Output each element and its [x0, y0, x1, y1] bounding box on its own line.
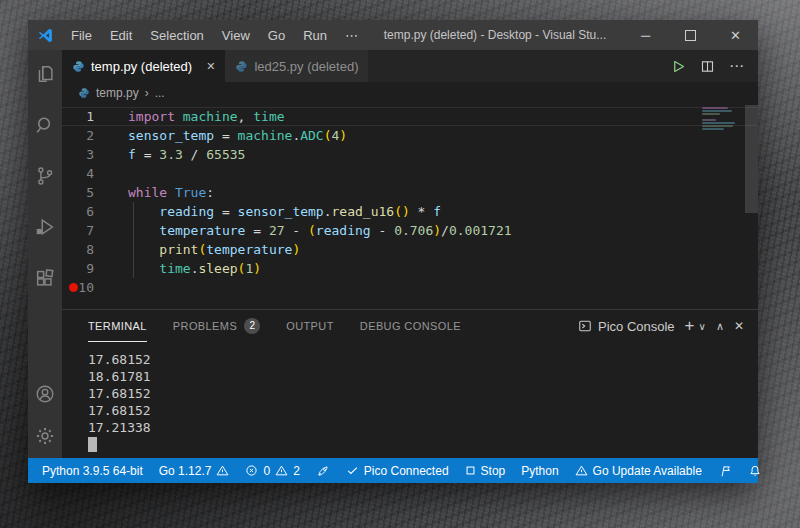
- terminal-cursor-line: [88, 436, 758, 453]
- terminal-dropdown-icon[interactable]: ∨: [699, 321, 706, 332]
- tab-close-icon[interactable]: ✕: [206, 60, 215, 73]
- code-text[interactable]: sensor_temp = machine.ADC(4): [108, 126, 347, 145]
- menu-item-5[interactable]: Run: [294, 28, 336, 43]
- panel-tab-label: TERMINAL: [88, 320, 147, 332]
- code-line-2[interactable]: 2sensor_temp = machine.ADC(4): [62, 126, 758, 145]
- status-stop[interactable]: Stop: [457, 464, 514, 478]
- panel-tab-problems[interactable]: PROBLEMS 2: [173, 310, 260, 342]
- settings-gear-icon[interactable]: [33, 424, 57, 448]
- indent-guide: [133, 202, 134, 278]
- code-text[interactable]: while True:: [108, 183, 214, 202]
- menu-item-4[interactable]: Go: [259, 28, 294, 43]
- status-pico-connected[interactable]: Pico Connected: [338, 464, 457, 478]
- code-text[interactable]: time.sleep(1): [108, 259, 261, 278]
- gutter[interactable]: 9: [62, 259, 108, 278]
- terminal-line: 17.21338: [88, 419, 758, 436]
- status-python-version[interactable]: Python 3.9.5 64-bit: [34, 464, 151, 478]
- python-icon: [235, 60, 248, 73]
- breadcrumb[interactable]: temp.py › ...: [62, 82, 758, 104]
- menu-item-2[interactable]: Selection: [141, 28, 212, 43]
- code-line-7[interactable]: 7 temperature = 27 - (reading - 0.706)/0…: [62, 221, 758, 240]
- status-notifications[interactable]: [740, 464, 770, 478]
- code-text[interactable]: [108, 164, 128, 183]
- menu-item-1[interactable]: Edit: [101, 28, 141, 43]
- code-text[interactable]: print(temperature): [108, 240, 300, 259]
- gutter[interactable]: 8: [62, 240, 108, 259]
- gutter[interactable]: 4: [62, 164, 108, 183]
- editor-scrollbar[interactable]: [745, 105, 758, 213]
- close-panel-icon[interactable]: ✕: [734, 319, 744, 333]
- more-actions-icon[interactable]: ⋯: [729, 57, 744, 75]
- code-text[interactable]: f = 3.3 / 65535: [108, 145, 245, 164]
- status-bar: Python 3.9.5 64-bit Go 1.12.7 0 2: [28, 458, 758, 483]
- code-line-9[interactable]: 9 time.sleep(1): [62, 259, 758, 278]
- search-icon[interactable]: [33, 113, 57, 137]
- tab-led25-py[interactable]: led25.py (deleted): [225, 50, 369, 82]
- panel-tab-label: OUTPUT: [286, 320, 334, 332]
- line-number: 8: [86, 242, 94, 257]
- gutter[interactable]: 7: [62, 221, 108, 240]
- menu-bar: FileEditSelectionViewGoRun⋯: [62, 28, 367, 43]
- activity-bar: [28, 50, 62, 458]
- status-problems[interactable]: 0 2: [237, 464, 307, 478]
- code-line-5[interactable]: 5while True:: [62, 183, 758, 202]
- code-line-8[interactable]: 8 print(temperature): [62, 240, 758, 259]
- gutter[interactable]: 1: [62, 107, 108, 126]
- menu-item-0[interactable]: File: [62, 28, 101, 43]
- run-button-icon[interactable]: [671, 59, 686, 74]
- tab-label: led25.py (deleted): [254, 59, 358, 74]
- python-icon: [78, 87, 90, 99]
- status-go-update[interactable]: Go Update Available: [567, 464, 710, 478]
- panel-tab-label: PROBLEMS: [173, 320, 237, 332]
- breadcrumb-file[interactable]: temp.py: [96, 86, 139, 100]
- status-python-label[interactable]: Python: [513, 464, 566, 478]
- status-feedback[interactable]: [710, 464, 740, 478]
- code-line-6[interactable]: 6 reading = sensor_temp.read_u16() * f: [62, 202, 758, 221]
- panel-tab-output[interactable]: OUTPUT: [286, 310, 334, 342]
- minimap[interactable]: [702, 107, 738, 131]
- maximize-icon[interactable]: [668, 20, 713, 50]
- code-text[interactable]: reading = sensor_temp.read_u16() * f: [108, 202, 441, 221]
- split-editor-icon[interactable]: [700, 59, 715, 74]
- code-line-10[interactable]: 10: [62, 278, 758, 297]
- code-text[interactable]: temperature = 27 - (reading - 0.706)/0.0…: [108, 221, 512, 240]
- source-control-icon[interactable]: [33, 164, 57, 188]
- account-icon[interactable]: [33, 382, 57, 406]
- code-text[interactable]: import machine, time: [108, 107, 285, 126]
- maximize-panel-icon[interactable]: ∧: [716, 320, 724, 333]
- check-icon: [346, 464, 359, 477]
- minimize-icon[interactable]: ─: [623, 20, 668, 50]
- run-debug-icon[interactable]: [33, 215, 57, 239]
- status-go-version[interactable]: Go 1.12.7: [151, 464, 238, 478]
- menu-item-6[interactable]: ⋯: [336, 28, 367, 43]
- tab-temp-py[interactable]: temp.py (deleted) ✕: [62, 50, 225, 82]
- gutter[interactable]: 6: [62, 202, 108, 221]
- gutter[interactable]: 10: [62, 278, 108, 297]
- extensions-icon[interactable]: [33, 266, 57, 290]
- panel-tab-terminal[interactable]: TERMINAL: [88, 310, 147, 342]
- editor-lines: 1import machine, time2sensor_temp = mach…: [62, 107, 758, 297]
- menu-item-3[interactable]: View: [213, 28, 259, 43]
- gutter[interactable]: 5: [62, 183, 108, 202]
- new-terminal-icon[interactable]: +: [685, 316, 695, 336]
- terminal-output[interactable]: 17.6815218.6178117.6815217.6815217.21338: [62, 342, 758, 458]
- breadcrumb-more[interactable]: ...: [155, 86, 165, 100]
- code-line-3[interactable]: 3f = 3.3 / 65535: [62, 145, 758, 164]
- files-icon[interactable]: [33, 62, 57, 86]
- code-line-4[interactable]: 4: [62, 164, 758, 183]
- code-line-1[interactable]: 1import machine, time: [62, 107, 758, 126]
- breakpoint-dot[interactable]: [69, 283, 78, 292]
- terminal-line: 17.68152: [88, 402, 758, 419]
- status-rocket[interactable]: [308, 464, 338, 478]
- gutter[interactable]: 3: [62, 145, 108, 164]
- close-icon[interactable]: ✕: [713, 20, 758, 50]
- window-title: temp.py (deleted) - Desktop - Visual Stu…: [367, 28, 623, 42]
- code-text[interactable]: [108, 278, 128, 297]
- terminal-icon: [578, 319, 592, 333]
- terminal-selector[interactable]: Pico Console: [578, 319, 675, 334]
- code-editor[interactable]: 1import machine, time2sensor_temp = mach…: [62, 104, 758, 309]
- line-number: 3: [86, 147, 94, 162]
- gutter[interactable]: 2: [62, 126, 108, 145]
- panel-tab-debug-console[interactable]: DEBUG CONSOLE: [360, 310, 461, 342]
- bottom-panel: TERMINAL PROBLEMS 2 OUTPUT DEBUG CONSOLE: [62, 309, 758, 458]
